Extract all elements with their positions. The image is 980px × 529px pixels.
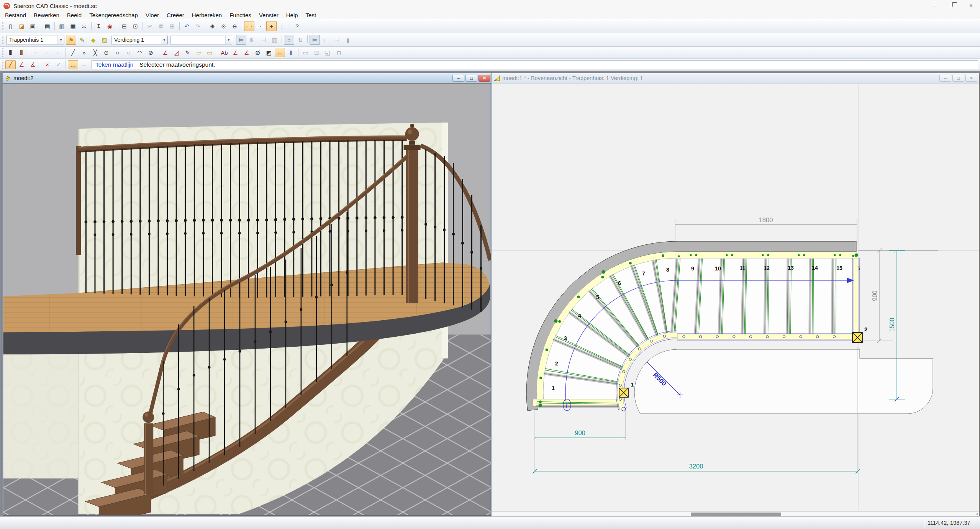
quick-edit-button[interactable]: ✎ <box>77 35 87 45</box>
chevron-down-icon[interactable]: ▼ <box>57 36 64 44</box>
toolbar-grip[interactable] <box>2 22 3 30</box>
step-nose-plain-button[interactable]: ⌐ <box>53 48 64 57</box>
save-file-button[interactable]: ▣ <box>28 21 38 31</box>
dimension-tool-button[interactable]: ↔ <box>275 48 285 57</box>
edge-bar-button[interactable]: ▮ <box>343 35 353 45</box>
draw-arc-button[interactable]: ◠ <box>134 48 145 57</box>
edit-note-button[interactable]: ✎ <box>182 48 193 57</box>
child-maximize-button[interactable]: □ <box>465 75 477 82</box>
redo-button[interactable]: ↷ <box>193 21 203 31</box>
resize-grip[interactable] <box>974 513 978 516</box>
small-sheet-button[interactable]: ▱ <box>193 48 204 57</box>
demo-video-button[interactable]: ◉ <box>105 21 115 31</box>
space-vertical-button[interactable]: ↕ <box>284 35 294 45</box>
confirm-command-button[interactable]: ✓ <box>53 60 64 69</box>
undo-button[interactable]: ↶ <box>182 21 192 31</box>
dimension-area-button[interactable]: ◩ <box>264 48 274 57</box>
align-grid-button[interactable]: ▥ <box>269 35 280 45</box>
window-3d-view[interactable]: moedt:2 – □ ✕ <box>2 73 492 516</box>
baluster-divide-button[interactable]: Ⅲ <box>5 48 16 57</box>
toolbar-grip[interactable] <box>2 48 3 57</box>
cut-button[interactable]: ✂ <box>145 21 155 31</box>
3d-viewport[interactable] <box>3 83 492 516</box>
corner-join-button[interactable]: ∟ <box>321 35 331 45</box>
ruler-button[interactable]: ▭ <box>205 48 215 57</box>
more-options-button[interactable]: … <box>68 60 78 69</box>
toolbar-grip[interactable] <box>2 61 3 69</box>
copy-button[interactable]: ⧉ <box>156 21 166 31</box>
3d-window-titlebar[interactable]: moedt:2 – □ ✕ <box>3 73 492 83</box>
menu-bewerken[interactable]: Bewerken <box>30 11 63 19</box>
scrollbar-thumb[interactable] <box>691 513 781 516</box>
restore-button[interactable] <box>944 0 962 11</box>
chevron-down-icon[interactable]: ▼ <box>161 36 167 44</box>
view-screen-3-button[interactable]: ◱ <box>323 48 333 57</box>
stairwell-properties-button[interactable]: ⚑ <box>66 35 76 45</box>
print-preview-button[interactable]: ⊡ <box>130 21 141 31</box>
draw-polyline-button[interactable]: » <box>79 48 89 57</box>
align-right-button[interactable]: ⊣ <box>258 35 269 45</box>
ortho-mode-button[interactable]: ∟ <box>277 21 288 31</box>
draw-circle-center-button[interactable]: ⊙ <box>101 48 111 57</box>
step-nose-marked-button[interactable]: ⌐ <box>42 48 52 57</box>
notes-button[interactable]: ▨ <box>99 35 110 45</box>
draw-dimension-line-button[interactable]: ╱ <box>5 60 16 69</box>
project-data-button[interactable]: ▤ <box>42 21 52 31</box>
highlight-parts-button[interactable]: ◆ <box>88 35 98 45</box>
close-button[interactable]: × <box>962 0 980 11</box>
measure-distance-button[interactable]: ∙–∙ <box>244 21 254 31</box>
cnc-export-button[interactable]: ↧ <box>93 21 104 31</box>
floor-select[interactable]: Verdieping 1 ▼ <box>111 36 168 44</box>
menu-beeld[interactable]: Beeld <box>63 11 85 19</box>
draw-line-button[interactable]: ╱ <box>68 48 78 57</box>
dimension-angle-alt-button[interactable]: ∡ <box>241 48 252 57</box>
align-left-button[interactable]: ⊨ <box>236 35 246 45</box>
dimension-angle-button[interactable]: ∠ <box>230 48 241 57</box>
snap-crosshair-button[interactable]: + <box>266 21 277 31</box>
stairwell-select[interactable]: Trappenhuis 1 ▼ <box>6 36 64 44</box>
child-close-button[interactable]: ✕ <box>965 75 977 82</box>
step-nose-button[interactable]: ⌐ <box>31 48 41 57</box>
compress-vertical-button[interactable]: ⇅ <box>295 35 305 45</box>
menu-vloer[interactable]: Vloer <box>142 11 163 19</box>
baluster-divide-alt-button[interactable]: ⅲ <box>16 48 27 57</box>
window-plan-view[interactable]: moedt:1 * - Bovenaanzicht - Trappenhuis:… <box>491 73 979 516</box>
snap-edge-left-button[interactable]: ⊨ <box>310 35 320 45</box>
menu-tekengereedschap[interactable]: Tekengereedschap <box>85 11 142 19</box>
open-file-button[interactable]: ◪ <box>16 21 27 31</box>
step-back-button[interactable]: ← <box>79 60 89 69</box>
child-minimize-button[interactable]: – <box>452 75 464 82</box>
child-maximize-button[interactable]: □ <box>952 75 964 82</box>
view-screen-4-button[interactable]: ⊓ <box>334 48 344 57</box>
extra-select[interactable]: ▼ <box>170 36 232 44</box>
dimension-diameter-button[interactable]: Ø <box>252 48 263 57</box>
text-tool-button[interactable]: Ab <box>219 48 229 57</box>
zoom-out-button[interactable]: ⊖ <box>229 21 240 31</box>
align-center-button[interactable]: ⊪ <box>247 35 257 45</box>
paste-button[interactable]: ⊞ <box>167 21 177 31</box>
check-angle-button[interactable]: ∠ <box>160 48 170 57</box>
stair-data-edit-button[interactable]: ▦ <box>68 21 78 31</box>
menu-test[interactable]: Test <box>302 11 320 19</box>
view-screen-2-button[interactable]: ⊡ <box>311 48 322 57</box>
print-button[interactable]: ⊟ <box>119 21 129 31</box>
new-file-button[interactable]: ▯ <box>5 21 16 31</box>
dimension-ortho-button[interactable]: ‖ <box>286 48 296 57</box>
menu-help[interactable]: Help <box>282 11 302 19</box>
snap-edge-right-button[interactable]: ⊣ <box>332 35 342 45</box>
minimize-button[interactable]: – <box>926 0 944 11</box>
check-triangle-button[interactable]: ◿ <box>171 48 182 57</box>
insert-anchor-button[interactable]: ⊘ <box>146 48 156 57</box>
draw-cross-line-button[interactable]: ╳ <box>90 48 100 57</box>
dimension-settings-button[interactable]: ≍ <box>79 21 89 31</box>
help-button[interactable]: ? <box>292 21 302 31</box>
plan-viewport[interactable]: 12345678910111213141516 <box>492 83 979 516</box>
menu-bestand[interactable]: Bestand <box>1 11 30 19</box>
draw-circle-construction-button[interactable]: ◌ <box>123 48 134 57</box>
chevron-down-icon[interactable]: ▼ <box>225 36 232 44</box>
zoom-in-button[interactable]: ⊕ <box>207 21 218 31</box>
view-screen-1-button[interactable]: ▭ <box>300 48 311 57</box>
menu-herbereken[interactable]: Herbereken <box>188 11 226 19</box>
snap-midpoint-button[interactable]: –∙– <box>255 21 265 31</box>
plan-window-titlebar[interactable]: moedt:1 * - Bovenaanzicht - Trappenhuis:… <box>492 73 979 83</box>
